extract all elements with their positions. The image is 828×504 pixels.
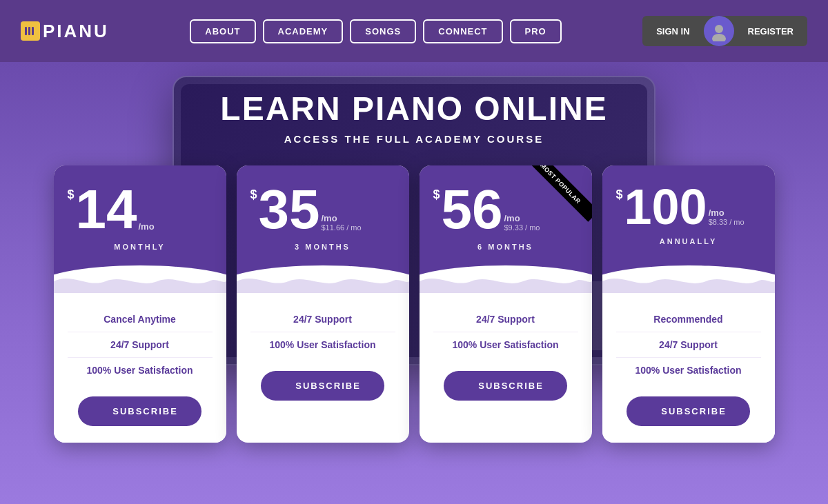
price-area-monthly: $ 14 /mo xyxy=(68,182,213,237)
svg-rect-2 xyxy=(32,27,34,35)
header: PiANU ABOUT ACADEMY SONGS CONNECT PRO SI… xyxy=(0,0,828,62)
hero-content: LEARN PIANO ONLINE ACCESS THE FULL ACADE… xyxy=(220,90,607,145)
per-mo-monthly: /mo xyxy=(139,221,155,232)
hero-subtitle: ACCESS THE FULL ACADEMY COURSE xyxy=(220,133,607,145)
avatar xyxy=(704,16,734,46)
most-popular-badge: Most Popular xyxy=(530,165,592,228)
currency-annually: $ xyxy=(616,188,623,202)
currency-monthly: $ xyxy=(68,188,75,202)
waves-monthly xyxy=(54,262,226,293)
plan-6months: Most Popular $ 56 /mo $9.33 / mo 6 MONTH… xyxy=(420,165,592,443)
feature-support-3: 24/7 Support xyxy=(433,307,578,332)
feature-support-4: 24/7 Support xyxy=(616,332,761,358)
price-6months: 56 xyxy=(442,182,503,237)
feature-support-1: 24/7 Support xyxy=(68,332,213,358)
feature-satisfaction-2: 100% User Satisfaction xyxy=(250,332,395,357)
nav-about[interactable]: ABOUT xyxy=(190,19,255,43)
logo-text: PiANU xyxy=(43,21,109,42)
waves-3months xyxy=(237,262,409,293)
card-bottom-6months: 24/7 Support 100% User Satisfaction SUBS… xyxy=(420,293,592,431)
wave-svg-6months xyxy=(420,262,592,293)
feature-satisfaction-1: 100% User Satisfaction xyxy=(68,358,213,383)
auth-section: SIGN IN REGISTER xyxy=(642,16,807,46)
main-nav: ABOUT ACADEMY SONGS CONNECT PRO xyxy=(190,19,561,43)
nav-songs[interactable]: SONGS xyxy=(350,19,416,43)
subscribe-monthly[interactable]: SUBSCRIBE xyxy=(78,396,201,426)
card-top-monthly: $ 14 /mo MONTHLY xyxy=(54,165,226,262)
svg-rect-1 xyxy=(28,27,30,35)
waves-6months xyxy=(420,262,592,293)
wave-svg-3months xyxy=(237,262,409,293)
price-sub-annually: $8.33 / mo xyxy=(709,218,745,226)
card-bottom-monthly: Cancel Anytime 24/7 Support 100% User Sa… xyxy=(54,293,226,443)
feature-satisfaction-3: 100% User Satisfaction xyxy=(433,332,578,357)
plan-3months: $ 35 /mo $11.66 / mo 3 MONTHS 24/7 Suppo… xyxy=(237,165,409,443)
hero-title: LEARN PIANO ONLINE xyxy=(220,90,607,128)
waves-annually xyxy=(602,262,775,293)
plan-monthly: $ 14 /mo MONTHLY Cancel Anytime 24/7 Sup… xyxy=(54,165,226,443)
price-right-3months: /mo $11.66 / mo xyxy=(322,208,362,237)
subscribe-6months[interactable]: SUBSCRIBE xyxy=(444,371,567,401)
feature-cancel: Cancel Anytime xyxy=(68,307,213,332)
subscribe-annually[interactable]: SUBSCRIBE xyxy=(627,396,750,426)
nav-pro[interactable]: PRO xyxy=(510,19,562,43)
per-mo-3months: /mo xyxy=(322,213,362,223)
price-area-3months: $ 35 /mo $11.66 / mo xyxy=(250,182,395,237)
price-right-annually: /mo $8.33 / mo xyxy=(709,202,745,232)
price-area-annually: $ 100 /mo $8.33 / mo xyxy=(616,182,761,232)
wave-svg-annually xyxy=(602,262,775,293)
pricing-grid: $ 14 /mo MONTHLY Cancel Anytime 24/7 Sup… xyxy=(54,165,775,443)
price-right-monthly: /mo xyxy=(139,216,155,237)
price-monthly: 14 xyxy=(76,182,137,237)
logo: PiANU xyxy=(21,21,109,42)
feature-satisfaction-4: 100% User Satisfaction xyxy=(616,358,761,383)
svg-point-4 xyxy=(712,34,726,41)
currency-6months: $ xyxy=(433,188,440,202)
svg-point-3 xyxy=(715,25,723,33)
card-bottom-annually: Recommended 24/7 Support 100% User Satis… xyxy=(602,293,775,443)
price-sub-3months: $11.66 / mo xyxy=(322,223,362,232)
hero-section: LEARN PIANO ONLINE ACCESS THE FULL ACADE… xyxy=(0,62,828,504)
sign-in-button[interactable]: SIGN IN xyxy=(642,19,703,43)
feature-support-2: 24/7 Support xyxy=(250,307,395,332)
subscribe-3months[interactable]: SUBSCRIBE xyxy=(261,371,384,401)
svg-rect-0 xyxy=(25,27,27,35)
plan-annually: $ 100 /mo $8.33 / mo ANNUALLY Recommende… xyxy=(602,165,775,443)
per-mo-annually: /mo xyxy=(709,208,745,218)
wave-svg-monthly xyxy=(54,262,226,293)
feature-recommended: Recommended xyxy=(616,307,761,332)
card-bottom-3months: 24/7 Support 100% User Satisfaction SUBS… xyxy=(237,293,409,431)
price-annually: 100 xyxy=(624,182,707,232)
card-top-3months: $ 35 /mo $11.66 / mo 3 MONTHS xyxy=(237,165,409,262)
price-3months: 35 xyxy=(259,182,320,237)
card-top-annually: $ 100 /mo $8.33 / mo ANNUALLY xyxy=(602,165,775,262)
badge-text: Most Popular xyxy=(530,165,592,221)
currency-3months: $ xyxy=(250,188,257,202)
nav-academy[interactable]: ACADEMY xyxy=(263,19,344,43)
register-button[interactable]: REGISTER xyxy=(734,19,807,43)
logo-icon xyxy=(21,21,40,41)
nav-connect[interactable]: CONNECT xyxy=(423,19,502,43)
auth-group: SIGN IN REGISTER xyxy=(642,16,807,46)
